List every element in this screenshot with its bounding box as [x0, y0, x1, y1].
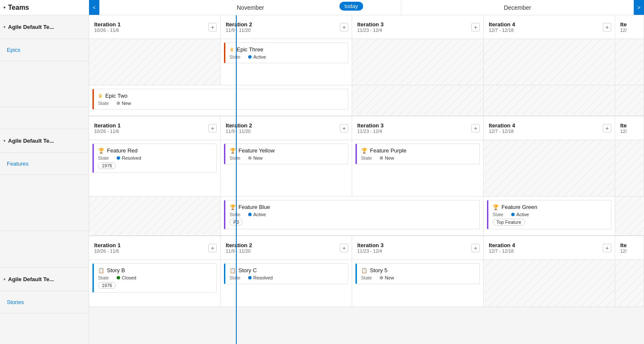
- features-link[interactable]: Features: [7, 161, 28, 167]
- stories-cell-0: 📋 Story B State Closed 1976: [89, 260, 221, 307]
- sidebar: ▾ Agile Default Te... Epics ▾ Agile Defa…: [0, 15, 89, 344]
- feature-purple-state-dot: [380, 156, 383, 160]
- feat-iter2-add-button[interactable]: +: [340, 124, 348, 133]
- trophy-icon-5: 🏆: [493, 204, 499, 210]
- chevron-epics-icon: ▾: [3, 25, 6, 29]
- feature-purple-state-label: State: [361, 155, 380, 161]
- sidebar-item-features-team[interactable]: ▾ Agile Default Te...: [0, 129, 89, 153]
- features-content-row1: 🏆 Feature Red State Resolved 1976 🏆 Fea: [89, 140, 644, 197]
- feature-green-state-value: Active: [516, 212, 529, 217]
- epics-cell-4: [615, 39, 644, 85]
- story-c-card[interactable]: 📋 Story C State Resolved: [224, 263, 348, 284]
- stories-iter3-add-button[interactable]: +: [471, 244, 480, 252]
- teams-expand-icon: ▾: [3, 5, 6, 10]
- features-content-space2: [0, 231, 89, 268]
- stories-content-space: [0, 313, 89, 344]
- story-b-title: Story B: [107, 267, 125, 274]
- epics-cell-2: [352, 39, 484, 85]
- epic-three-state-value: Active: [253, 54, 266, 59]
- features-iterations-row: Iteration 1 10/26 - 11/6 + Iteration 2 1…: [89, 116, 644, 140]
- stories-iter2-header: Iteration 2 11/9 - 11/20 +: [221, 236, 352, 259]
- nav-right-button[interactable]: >: [634, 0, 644, 15]
- stories-iter4-header: Iteration 4 12/7 - 12/18 +: [484, 236, 615, 259]
- book-icon-2: 📋: [230, 268, 236, 274]
- feature-blue-tag: P3: [230, 219, 243, 226]
- feature-green-card[interactable]: 🏆 Feature Green State Active Top Feature: [487, 200, 611, 229]
- feature-red-tag: 1976: [98, 162, 116, 169]
- stories-iter4-add-button[interactable]: +: [603, 244, 611, 252]
- epics-iter1-header: Iteration 1 10/26 - 11/6 +: [89, 15, 221, 39]
- story-5-title: Story 5: [370, 267, 387, 274]
- epics-cell-1: ♛ Epic Three State Active: [221, 39, 352, 85]
- epics-cell-3: [484, 39, 615, 85]
- teams-section: ▾ Teams: [0, 0, 89, 15]
- epics-iter2-add-button[interactable]: +: [340, 23, 348, 31]
- feature-purple-card[interactable]: 🏆 Feature Purple State New: [356, 144, 480, 164]
- trophy-icon: 🏆: [98, 148, 104, 154]
- stories-iter1-add-button[interactable]: +: [208, 244, 217, 252]
- epic-two-state-dot: [117, 102, 120, 105]
- epics-iter1-add-button[interactable]: +: [208, 23, 217, 31]
- epics-content-space2: [0, 107, 89, 129]
- teams-label: Teams: [8, 4, 29, 11]
- feature-yellow-card[interactable]: 🏆 Feature Yellow State New: [224, 144, 348, 164]
- feat-iter3-add-button[interactable]: +: [471, 124, 480, 133]
- epic-two-title: Epic Two: [105, 93, 128, 99]
- epic-two-state-value: New: [122, 101, 131, 106]
- epics-iter3-header: Iteration 3 11/23 - 12/4 +: [352, 15, 484, 39]
- sidebar-item-epics-team[interactable]: ▾ Agile Default Te...: [0, 15, 89, 39]
- feature-yellow-state-dot: [248, 156, 252, 160]
- story-c-state-value: Resolved: [253, 275, 273, 280]
- feature-blue-card[interactable]: 🏆 Feature Blue State Active P3: [224, 200, 480, 229]
- today-button[interactable]: today: [339, 2, 363, 11]
- chevron-features-icon: ▾: [3, 138, 6, 143]
- epics-iter4-header: Iteration 4 12/7 - 12/18 +: [484, 15, 615, 39]
- stories-team-name: Agile Default Te...: [8, 276, 54, 282]
- epic-two-state-label: State: [98, 101, 117, 106]
- feat-iter1-header: Iteration 1 10/26 - 11/6 +: [89, 116, 221, 140]
- epic-two-card[interactable]: ♛ Epic Two State New: [92, 89, 348, 110]
- feature-blue-state-dot: [248, 213, 252, 216]
- stories-iter2-add-button[interactable]: +: [340, 244, 348, 252]
- epics-link[interactable]: Epics: [7, 47, 20, 53]
- epics-cell2-0: ♛ Epic Two State New: [89, 85, 352, 116]
- feature-blue-state-label: State: [230, 212, 248, 217]
- epics-iter4-add-button[interactable]: +: [603, 23, 611, 31]
- nav-left-button[interactable]: <: [89, 0, 99, 15]
- sidebar-item-features-type[interactable]: Features: [0, 153, 89, 175]
- feat-cell-0: 🏆 Feature Red State Resolved 1976: [89, 140, 221, 196]
- epics-iter3-add-button[interactable]: +: [471, 23, 480, 31]
- feat-iter3-header: Iteration 3 11/23 - 12/4 +: [352, 116, 484, 140]
- epics-content-row1: ♛ Epic Three State Active: [89, 39, 644, 85]
- sidebar-item-epics-type[interactable]: Epics: [0, 39, 89, 61]
- crown-icon-2: ♛: [98, 93, 103, 99]
- stories-cell-1: 📋 Story C State Resolved: [221, 260, 352, 307]
- stories-iterations-row: Iteration 1 10/26 - 11/6 + Iteration 2 1…: [89, 236, 644, 260]
- epics-iter5-header: Ite 12/: [615, 15, 644, 39]
- epic-three-card[interactable]: ♛ Epic Three State Active: [224, 42, 348, 63]
- story-5-card[interactable]: 📋 Story 5 State New: [356, 263, 480, 284]
- feature-red-title: Feature Red: [107, 147, 137, 154]
- feature-blue-title: Feature Blue: [238, 204, 270, 210]
- feat-iter4-add-button[interactable]: +: [603, 124, 611, 133]
- top-bar: ▾ Teams < today November December >: [0, 0, 644, 15]
- feat-cell-4: [615, 140, 644, 196]
- stories-link[interactable]: Stories: [7, 299, 24, 305]
- feature-green-title: Feature Green: [501, 204, 538, 210]
- feat-iter5-header: Ite 12/: [615, 116, 644, 140]
- feature-red-card[interactable]: 🏆 Feature Red State Resolved 1976: [92, 144, 217, 173]
- sidebar-item-stories-team[interactable]: ▾ Agile Default Te...: [0, 268, 89, 291]
- stories-content-row: 📋 Story B State Closed 1976 📋 Story C: [89, 260, 644, 307]
- sidebar-item-stories-type[interactable]: Stories: [0, 291, 89, 313]
- story-b-state-value: Closed: [122, 275, 136, 280]
- feature-yellow-title: Feature Yellow: [238, 147, 274, 154]
- stories-iter5-header: Ite 12/: [615, 236, 644, 259]
- trophy-icon-4: 🏆: [230, 204, 236, 210]
- feature-red-state-label: State: [98, 155, 117, 161]
- feature-yellow-state-label: State: [230, 155, 248, 161]
- story-c-state-dot: [248, 276, 252, 279]
- story-5-state-label: State: [361, 275, 380, 280]
- feat-iter1-add-button[interactable]: +: [208, 124, 217, 133]
- story-b-card[interactable]: 📋 Story B State Closed 1976: [92, 263, 217, 293]
- story-b-tag: 1976: [98, 282, 116, 289]
